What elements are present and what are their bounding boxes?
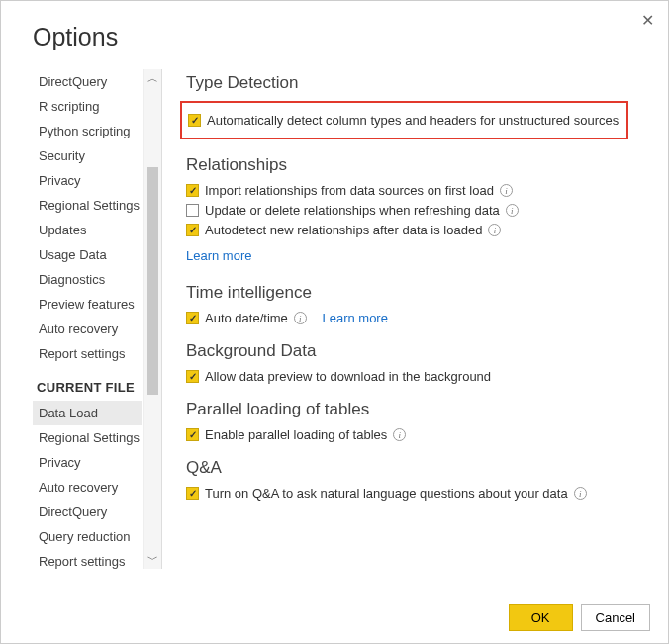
section-relationships: Relationships <box>186 155 638 175</box>
highlight-annotation: Automatically detect column types and he… <box>180 101 628 139</box>
checkbox-background-preview[interactable] <box>186 370 199 383</box>
info-icon[interactable] <box>574 487 587 500</box>
sidebar-scrollbar[interactable]: ︿ ﹀ <box>144 69 162 569</box>
sidebar-item-diagnostics[interactable]: Diagnostics <box>33 267 142 292</box>
checkbox-parallel-loading[interactable] <box>186 428 199 441</box>
cancel-button[interactable]: Cancel <box>581 604 650 631</box>
checkbox-auto-detect-types[interactable] <box>188 114 201 127</box>
sidebar-item-file-report-settings[interactable]: Report settings <box>33 549 142 569</box>
label-auto-date-time: Auto date/time <box>205 311 288 325</box>
label-parallel-loading: Enable parallel loading of tables <box>205 427 387 442</box>
sidebar-item-auto-recovery[interactable]: Auto recovery <box>33 317 142 341</box>
chevron-up-icon[interactable]: ︿ <box>145 69 160 88</box>
dialog-body: DirectQuery R scripting Python scripting… <box>1 69 668 584</box>
sidebar: DirectQuery R scripting Python scripting… <box>33 69 144 569</box>
dialog-footer: OK Cancel <box>509 604 650 631</box>
info-icon[interactable] <box>500 184 513 197</box>
scrollbar-track[interactable] <box>144 88 161 550</box>
sidebar-item-query-reduction[interactable]: Query reduction <box>33 524 142 549</box>
sidebar-item-usage-data[interactable]: Usage Data <box>33 242 142 267</box>
sidebar-item-file-privacy[interactable]: Privacy <box>33 450 142 475</box>
scrollbar-thumb[interactable] <box>147 167 158 395</box>
close-icon[interactable]: ✕ <box>641 11 654 30</box>
checkbox-autodetect-relationships[interactable] <box>186 224 199 236</box>
section-background-data: Background Data <box>186 341 638 361</box>
sidebar-item-file-auto-recovery[interactable]: Auto recovery <box>33 475 142 500</box>
content-panel: Type Detection Automatically detect colu… <box>162 69 648 584</box>
label-auto-detect-types: Automatically detect column types and he… <box>207 113 619 128</box>
checkbox-auto-date-time[interactable] <box>186 312 199 324</box>
section-parallel-loading: Parallel loading of tables <box>186 400 638 419</box>
sidebar-item-report-settings[interactable]: Report settings <box>33 341 142 366</box>
info-icon[interactable] <box>393 428 406 441</box>
sidebar-item-python-scripting[interactable]: Python scripting <box>33 119 142 143</box>
chevron-down-icon[interactable]: ﹀ <box>145 550 160 569</box>
label-qa: Turn on Q&A to ask natural language ques… <box>205 486 568 501</box>
info-icon[interactable] <box>294 312 307 324</box>
sidebar-item-r-scripting[interactable]: R scripting <box>33 94 142 119</box>
section-type-detection: Type Detection <box>186 73 638 93</box>
label-background-preview: Allow data preview to download in the ba… <box>205 369 491 384</box>
sidebar-item-regional-settings[interactable]: Regional Settings <box>33 193 142 218</box>
sidebar-item-preview-features[interactable]: Preview features <box>33 292 142 317</box>
sidebar-item-file-directquery[interactable]: DirectQuery <box>33 500 142 524</box>
checkbox-qa[interactable] <box>186 487 199 500</box>
label-update-relationships: Update or delete relationships when refr… <box>205 203 500 218</box>
link-time-learn-more[interactable]: Learn more <box>322 311 387 325</box>
checkbox-update-relationships[interactable] <box>186 204 199 217</box>
label-import-relationships: Import relationships from data sources o… <box>205 183 494 198</box>
sidebar-item-updates[interactable]: Updates <box>33 218 142 242</box>
dialog-title: Options <box>1 1 668 69</box>
sidebar-item-privacy[interactable]: Privacy <box>33 168 142 193</box>
sidebar-item-data-load[interactable]: Data Load <box>33 401 142 425</box>
sidebar-item-security[interactable]: Security <box>33 143 142 168</box>
sidebar-item-file-regional[interactable]: Regional Settings <box>33 425 142 450</box>
info-icon[interactable] <box>506 204 519 217</box>
checkbox-import-relationships[interactable] <box>186 184 199 197</box>
sidebar-item-directquery[interactable]: DirectQuery <box>33 69 142 94</box>
label-autodetect-relationships: Autodetect new relationships after data … <box>205 223 482 237</box>
link-relationships-learn-more[interactable]: Learn more <box>186 248 251 263</box>
section-time-intelligence: Time intelligence <box>186 283 638 303</box>
section-qa: Q&A <box>186 458 638 478</box>
sidebar-category-current-file: CURRENT FILE <box>33 366 142 401</box>
ok-button[interactable]: OK <box>509 604 573 631</box>
info-icon[interactable] <box>488 224 501 236</box>
